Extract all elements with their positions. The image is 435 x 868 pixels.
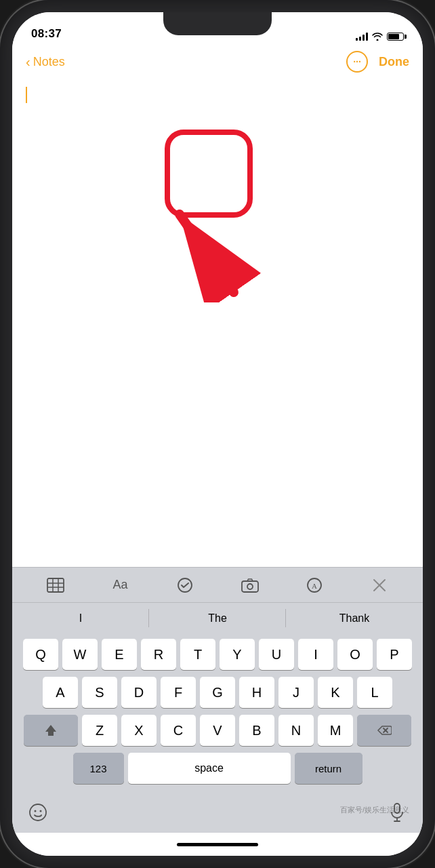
watermark: 百家号/娱乐生活意义 [340, 805, 409, 815]
battery-fill [388, 34, 399, 39]
key-x[interactable]: X [121, 715, 157, 746]
svg-point-9 [247, 584, 253, 589]
key-space[interactable]: space [128, 753, 291, 784]
key-h[interactable]: H [239, 677, 274, 708]
key-j[interactable]: J [278, 677, 314, 708]
keyboard: Q W E R T Y U I O P A S D F G H J K [12, 633, 423, 793]
keyboard-row-4: 123 space return [15, 753, 420, 784]
predictive-bar: I The Thank [12, 602, 423, 633]
key-i[interactable]: I [298, 639, 333, 670]
wifi-icon [372, 33, 383, 41]
svg-rect-2 [47, 578, 64, 592]
svg-point-19 [40, 810, 42, 812]
close-keyboard-icon[interactable] [367, 573, 392, 597]
key-p[interactable]: P [377, 639, 412, 670]
status-time: 08:37 [31, 27, 62, 41]
key-z[interactable]: Z [82, 715, 117, 746]
svg-text:A: A [312, 582, 317, 590]
keyboard-row-1: Q W E R T Y U I O P [15, 639, 420, 670]
key-s[interactable]: S [82, 677, 117, 708]
svg-marker-14 [45, 725, 56, 736]
key-c[interactable]: C [161, 715, 196, 746]
home-bar [177, 843, 258, 846]
key-t[interactable]: T [180, 639, 215, 670]
svg-rect-8 [242, 581, 258, 592]
key-e[interactable]: E [102, 639, 137, 670]
more-icon: ··· [353, 56, 361, 67]
done-button[interactable]: Done [379, 55, 409, 69]
key-g[interactable]: G [200, 677, 235, 708]
phone-frame: 08:37 ‹ [0, 0, 435, 868]
table-toolbar-icon[interactable] [43, 573, 68, 597]
key-b[interactable]: B [239, 715, 274, 746]
annotation-arrow [152, 194, 261, 302]
camera-toolbar-icon[interactable] [238, 573, 262, 597]
key-o[interactable]: O [337, 639, 373, 670]
format-label: Aa [112, 578, 127, 592]
key-y[interactable]: Y [220, 639, 255, 670]
phone-screen: 08:37 ‹ [12, 12, 423, 856]
key-q[interactable]: Q [23, 639, 58, 670]
key-r[interactable]: R [141, 639, 176, 670]
nav-bar: ‹ Notes ··· Done [12, 45, 423, 79]
svg-line-1 [180, 214, 234, 292]
predictive-item-3[interactable]: Thank [286, 603, 423, 633]
predictive-item-1[interactable]: I [12, 603, 149, 633]
note-content[interactable] [12, 79, 423, 567]
key-f[interactable]: F [161, 677, 196, 708]
key-u[interactable]: U [259, 639, 294, 670]
key-a[interactable]: A [43, 677, 78, 708]
key-delete[interactable] [357, 715, 411, 746]
keyboard-toolbar: Aa A [12, 567, 423, 602]
key-l[interactable]: L [357, 677, 392, 708]
svg-point-18 [35, 810, 37, 812]
notch [163, 12, 272, 35]
text-cursor [26, 87, 27, 103]
key-123[interactable]: 123 [73, 753, 124, 784]
signal-bars-icon [356, 33, 368, 41]
more-button[interactable]: ··· [346, 51, 368, 73]
battery-icon [387, 33, 404, 41]
status-icons [356, 33, 404, 41]
emoji-button[interactable] [23, 797, 53, 827]
svg-point-17 [30, 804, 46, 821]
key-d[interactable]: D [121, 677, 157, 708]
chevron-left-icon: ‹ [26, 54, 30, 70]
key-return[interactable]: return [295, 753, 362, 784]
key-v[interactable]: V [200, 715, 235, 746]
markup-toolbar-icon[interactable]: A [302, 573, 327, 597]
key-w[interactable]: W [62, 639, 98, 670]
format-toolbar-icon[interactable]: Aa [108, 573, 132, 597]
back-button[interactable]: ‹ Notes [26, 54, 65, 70]
key-shift[interactable] [24, 715, 78, 746]
nav-right-buttons: ··· Done [346, 51, 409, 73]
predictive-item-2[interactable]: The [149, 603, 286, 633]
home-indicator [12, 833, 423, 856]
key-m[interactable]: M [318, 715, 353, 746]
key-k[interactable]: K [318, 677, 353, 708]
keyboard-row-2: A S D F G H J K L [15, 677, 420, 708]
key-n[interactable]: N [278, 715, 314, 746]
keyboard-row-3: Z X C V B N M [15, 715, 420, 746]
back-label: Notes [33, 55, 65, 69]
checklist-toolbar-icon[interactable] [173, 573, 197, 597]
